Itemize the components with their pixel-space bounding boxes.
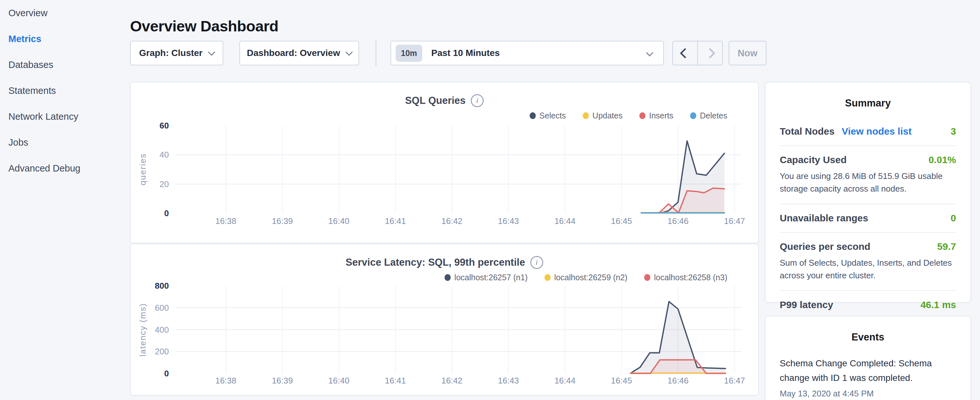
svg-text:600: 600 (155, 303, 169, 312)
sql-queries-chart[interactable]: 020406016:3816:3916:4016:4116:4216:4316:… (131, 83, 758, 243)
svg-text:16:38: 16:38 (215, 376, 236, 386)
summary-label: P99 latency (780, 300, 833, 310)
svg-text:16:38: 16:38 (215, 216, 236, 226)
svg-text:16:47: 16:47 (724, 216, 745, 226)
summary-row-p99: P99 latency 46.1 ms (780, 300, 956, 310)
app-root: Overview Metrics Databases Statements Ne… (0, 0, 980, 400)
graph-scope-dropdown[interactable]: Graph: Cluster (130, 41, 223, 65)
event-text: Schema Change Completed: Schema change w… (780, 356, 956, 386)
svg-text:60: 60 (159, 121, 169, 131)
page-title: Overview Dashboard (130, 17, 278, 35)
service-latency-card: Service Latency: SQL, 99th percentile i … (130, 244, 759, 395)
sidebar-item-jobs[interactable]: Jobs (0, 129, 129, 155)
divider (780, 232, 956, 233)
graph-scope-label: Graph: Cluster (139, 48, 202, 58)
service-latency-chart[interactable]: 020040060080016:3816:3916:4016:4116:4216… (131, 244, 758, 395)
controls-divider (375, 40, 376, 66)
summary-row-capacity: Capacity Used 0.01% You are using 28.6 M… (780, 155, 956, 195)
svg-text:16:41: 16:41 (385, 216, 406, 226)
dashboard-dropdown[interactable]: Dashboard: Overview (239, 41, 359, 65)
summary-subtext: Sum of Selects, Updates, Inserts, and De… (780, 257, 956, 282)
svg-text:200: 200 (155, 347, 169, 356)
sidebar-item-overview[interactable]: Overview (0, 0, 129, 26)
time-range-label: Past 10 Minutes (431, 48, 500, 58)
sidebar-item-metrics[interactable]: Metrics (0, 26, 129, 52)
chevron-down-icon (345, 49, 353, 56)
svg-text:800: 800 (155, 281, 169, 291)
summary-panel: Summary Total Nodes View nodes list 3 Ca… (765, 82, 971, 303)
svg-text:16:40: 16:40 (328, 216, 349, 226)
summary-row-qps: Queries per second 59.7 Sum of Selects, … (780, 241, 956, 282)
svg-text:0: 0 (164, 369, 169, 378)
time-forward-button[interactable] (697, 41, 722, 65)
view-nodes-link[interactable]: View nodes list (842, 126, 912, 137)
time-range-badge: 10m (396, 45, 422, 62)
svg-text:40: 40 (159, 150, 169, 159)
summary-value: 3 (951, 126, 956, 137)
summary-row-total-nodes: Total Nodes View nodes list 3 (780, 126, 956, 137)
dashboard-label: Dashboard: Overview (247, 48, 340, 58)
svg-text:16:39: 16:39 (272, 216, 293, 226)
time-nav-arrows (672, 41, 723, 65)
svg-text:16:47: 16:47 (724, 376, 745, 386)
svg-text:16:44: 16:44 (555, 376, 576, 386)
svg-text:16:40: 16:40 (328, 376, 349, 386)
svg-text:16:42: 16:42 (441, 376, 462, 386)
summary-value: 0.01% (929, 155, 956, 166)
svg-text:20: 20 (159, 179, 169, 189)
svg-text:16:41: 16:41 (385, 376, 406, 386)
sidebar-item-statements[interactable]: Statements (0, 78, 129, 104)
events-panel: Events Schema Change Completed: Schema c… (765, 316, 971, 400)
time-range-dropdown[interactable]: 10m Past 10 Minutes (390, 41, 664, 65)
svg-text:16:46: 16:46 (667, 376, 689, 386)
svg-text:latency (ms): latency (ms) (138, 303, 148, 357)
svg-text:16:42: 16:42 (441, 216, 462, 226)
chevron-right-icon (705, 48, 715, 59)
svg-text:0: 0 (164, 209, 169, 218)
summary-value: 59.7 (937, 241, 956, 252)
svg-text:16:39: 16:39 (272, 376, 293, 386)
svg-text:400: 400 (155, 325, 169, 335)
summary-row-unavailable: Unavailable ranges 0 (780, 213, 956, 224)
svg-text:16:44: 16:44 (555, 216, 576, 226)
event-timestamp: May 13, 2020 at 4:45 PM (780, 389, 956, 399)
summary-label: Capacity Used (780, 155, 847, 166)
summary-subtext: You are using 28.6 MiB of 515.9 GiB usab… (780, 170, 956, 195)
sidebar: Overview Metrics Databases Statements Ne… (0, 0, 129, 400)
svg-text:16:45: 16:45 (611, 216, 632, 226)
events-title: Events (780, 331, 956, 343)
summary-value: 0 (951, 213, 956, 224)
sidebar-item-databases[interactable]: Databases (0, 52, 129, 78)
chevron-left-icon (680, 48, 690, 59)
summary-value: 46.1 ms (921, 300, 956, 310)
svg-text:16:46: 16:46 (667, 216, 689, 226)
chevron-down-icon (646, 49, 654, 57)
event-list-item[interactable]: Schema Change Completed: Schema change w… (780, 356, 956, 399)
sidebar-item-advanced-debug[interactable]: Advanced Debug (0, 155, 129, 181)
divider (780, 145, 956, 146)
time-back-button[interactable] (673, 41, 697, 65)
sidebar-item-network-latency[interactable]: Network Latency (0, 104, 129, 129)
summary-label: Total Nodes (780, 126, 834, 137)
svg-text:16:45: 16:45 (611, 376, 632, 386)
summary-label: Queries per second (780, 241, 870, 252)
controls-bar: Graph: Cluster Dashboard: Overview 10m P… (130, 41, 777, 65)
svg-text:queries: queries (138, 153, 148, 185)
summary-title: Summary (780, 97, 956, 109)
svg-text:16:43: 16:43 (498, 216, 519, 226)
svg-text:16:43: 16:43 (498, 376, 519, 386)
divider (780, 290, 956, 291)
summary-label: Unavailable ranges (780, 213, 868, 224)
now-button[interactable]: Now (729, 41, 767, 65)
sql-queries-card: SQL Queries i Selects Updates Inserts De… (130, 82, 759, 243)
divider (780, 204, 956, 204)
chevron-down-icon (208, 49, 215, 56)
